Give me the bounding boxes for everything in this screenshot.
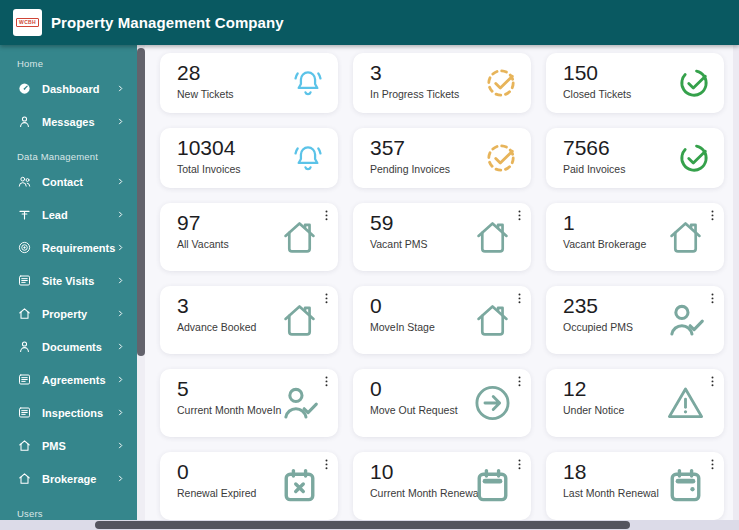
kebab-menu-icon[interactable] [320,208,333,223]
sidebar-item-label: PMS [42,440,66,452]
sidebar-item-pms[interactable]: PMS [0,429,138,462]
sidebar-item-label: Documents [42,341,102,353]
person-check-icon [664,299,707,342]
main-scrollbar-track[interactable] [733,45,739,520]
card-paid-invoices[interactable]: 7566Paid Invoices [546,128,724,188]
kebab-menu-icon[interactable] [513,291,526,306]
card-movein-stage[interactable]: 0MoveIn Stage [353,286,531,354]
people-icon [17,174,32,189]
bell-icon [291,66,325,100]
stat-cards-grid: 28New Tickets3In Progress Tickets150Clos… [160,53,739,520]
sidebar-item-property[interactable]: Property [0,297,138,330]
kebab-menu-icon[interactable] [513,374,526,389]
dashboard-main: 28New Tickets3In Progress Tickets150Clos… [146,45,739,530]
sidebar-item-requirements[interactable]: Requirements [0,231,138,264]
check-dashed-icon [484,141,518,175]
kebab-menu-icon[interactable] [513,208,526,223]
sidebar-item-label: Agreements [42,374,106,386]
card-move-out-request[interactable]: 0Move Out Request [353,369,531,437]
app-header: WCBH Property Management Company [0,0,739,45]
sidebar-item-label: Lead [42,209,68,221]
cardlist-icon [17,405,32,420]
card-vacant-pms[interactable]: 59Vacant PMS [353,203,531,271]
card-all-vacants[interactable]: 97All Vacants [160,203,338,271]
kebab-menu-icon[interactable] [706,374,719,389]
arrow-circle-icon [471,382,514,425]
chevron-right-icon [116,441,125,450]
card-last-month-renewal[interactable]: 18Last Month Renewal [546,452,724,520]
chevron-right-icon [116,117,125,126]
chevron-right-icon [116,276,125,285]
home-icon [278,299,321,342]
chevron-right-icon [116,375,125,384]
card-total-invoices[interactable]: 10304Total Invoices [160,128,338,188]
sidebar-section-label-home: Home [17,58,138,69]
kebab-menu-icon[interactable] [706,208,719,223]
card-pending-invoices[interactable]: 357Pending Invoices [353,128,531,188]
sidebar-item-documents[interactable]: Documents [0,330,138,363]
kebab-menu-icon[interactable] [320,291,333,306]
sidebar-item-inspections[interactable]: Inspections [0,396,138,429]
home-icon [471,299,514,342]
card-closed-tickets[interactable]: 150Closed Tickets [546,53,724,113]
sidebar-item-label: Dashboard [42,83,99,95]
chevron-right-icon [116,210,125,219]
calendar-x-icon [278,465,321,508]
kebab-menu-icon[interactable] [320,457,333,472]
person-icon [17,114,32,129]
sidebar-item-site-visits[interactable]: Site Visits [0,264,138,297]
sidebar-scrollbar-track[interactable] [137,45,145,530]
card-current-month-movein[interactable]: 5Current Month MoveIn [160,369,338,437]
sidebar-item-brokerage[interactable]: Brokerage [0,462,138,495]
kebab-menu-icon[interactable] [513,457,526,472]
check-dashed-icon [484,66,518,100]
calendar-dot-icon [664,465,707,508]
app-title: Property Management Company [51,14,284,31]
kebab-menu-icon[interactable] [706,291,719,306]
sidebar-item-lead[interactable]: Lead [0,198,138,231]
chevron-right-icon [116,408,125,417]
sidebar: HomeDashboardMessagesData ManagementCont… [0,45,138,530]
sidebar-item-label: Property [42,308,87,320]
sidebar-item-label: Site Visits [42,275,94,287]
home-icon [278,216,321,259]
home-icon [471,216,514,259]
kebab-menu-icon[interactable] [320,374,333,389]
horizontal-scrollbar-track[interactable] [0,520,739,530]
home-icon [664,216,707,259]
sidebar-item-agreements[interactable]: Agreements [0,363,138,396]
sidebar-section-label-data-management: Data Management [17,151,138,162]
sidebar-section-label-users: Users [17,508,138,519]
sidebar-scrollbar-thumb[interactable] [137,48,145,356]
company-logo: WCBH [13,9,42,36]
gauge-icon [17,81,32,96]
card-in-progress-tickets[interactable]: 3In Progress Tickets [353,53,531,113]
sidebar-item-messages[interactable]: Messages [0,105,138,138]
person-check-icon [278,382,321,425]
calendar-bar-icon [471,465,514,508]
home-s-icon [17,306,32,321]
horizontal-scrollbar-thumb[interactable] [95,521,630,529]
chevron-right-icon [116,474,125,483]
sidebar-item-label: Contact [42,176,83,188]
kebab-menu-icon[interactable] [706,457,719,472]
person-icon [17,339,32,354]
card-advance-booked[interactable]: 3Advance Booked [160,286,338,354]
card-renewal-expired[interactable]: 0Renewal Expired [160,452,338,520]
cardlist-icon [17,273,32,288]
chevron-right-icon [116,177,125,186]
card-current-month-renewal[interactable]: 10Current Month Renewal [353,452,531,520]
card-under-notice[interactable]: 12Under Notice [546,369,724,437]
target-icon [17,240,32,255]
cardlist-icon [17,372,32,387]
card-occupied-pms[interactable]: 235Occupied PMS [546,286,724,354]
sidebar-item-label: Inspections [42,407,103,419]
lead-icon [17,207,32,222]
sidebar-item-dashboard[interactable]: Dashboard [0,72,138,105]
home-s-icon [17,438,32,453]
chevron-right-icon [116,243,125,252]
chevron-right-icon [116,309,125,318]
card-vacant-brokerage[interactable]: 1Vacant Brokerage [546,203,724,271]
card-new-tickets[interactable]: 28New Tickets [160,53,338,113]
sidebar-item-contact[interactable]: Contact [0,165,138,198]
